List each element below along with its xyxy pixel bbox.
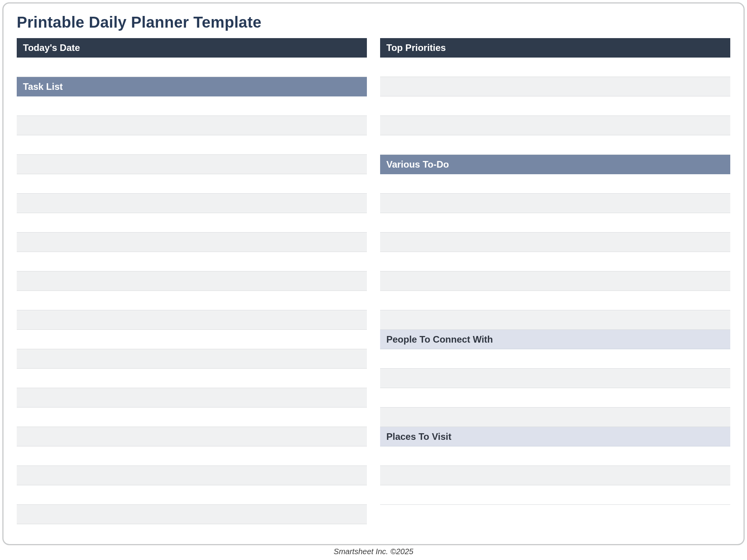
- todays-date-header: Today's Date: [17, 38, 367, 58]
- top-priority-row[interactable]: [380, 116, 730, 135]
- task-list-row[interactable]: [17, 291, 367, 310]
- top-priority-row[interactable]: [380, 77, 730, 96]
- footer-copyright: Smartsheet Inc. ©2025: [2, 545, 745, 558]
- task-list-row[interactable]: [17, 96, 367, 116]
- various-todo-row[interactable]: [380, 271, 730, 291]
- task-list-row[interactable]: [17, 485, 367, 505]
- planner-frame: Printable Daily Planner Template Today's…: [2, 2, 745, 545]
- various-todo-row[interactable]: [380, 213, 730, 233]
- various-todo-header: Various To-Do: [380, 155, 730, 174]
- task-list-row[interactable]: [17, 155, 367, 174]
- task-list-row[interactable]: [17, 310, 367, 330]
- people-row[interactable]: [380, 349, 730, 369]
- task-list-row[interactable]: [17, 408, 367, 427]
- right-column: Top Priorities Various To-Do People To C…: [380, 38, 730, 505]
- various-todo-row[interactable]: [380, 194, 730, 213]
- various-todo-row[interactable]: [380, 291, 730, 310]
- task-list-row[interactable]: [17, 116, 367, 135]
- task-list-row[interactable]: [17, 349, 367, 369]
- various-todo-row[interactable]: [380, 233, 730, 252]
- left-column: Today's Date Task List: [17, 38, 367, 524]
- task-list-row[interactable]: [17, 271, 367, 291]
- task-list-row[interactable]: [17, 213, 367, 233]
- various-todo-row[interactable]: [380, 174, 730, 194]
- columns: Today's Date Task List: [17, 38, 730, 524]
- task-list-row[interactable]: [17, 252, 367, 271]
- page-title: Printable Daily Planner Template: [17, 14, 730, 31]
- places-header: Places To Visit: [380, 427, 730, 446]
- task-list-row[interactable]: [17, 174, 367, 194]
- various-todo-row[interactable]: [380, 252, 730, 271]
- task-list-row[interactable]: [17, 466, 367, 485]
- people-header: People To Connect With: [380, 330, 730, 349]
- people-row[interactable]: [380, 408, 730, 427]
- top-priority-row[interactable]: [380, 96, 730, 116]
- task-list-row[interactable]: [17, 388, 367, 408]
- task-list-row[interactable]: [17, 369, 367, 388]
- top-priority-row[interactable]: [380, 135, 730, 155]
- task-list-row[interactable]: [17, 233, 367, 252]
- task-list-row[interactable]: [17, 446, 367, 466]
- task-list-row[interactable]: [17, 194, 367, 213]
- places-row[interactable]: [380, 485, 730, 505]
- various-todo-row[interactable]: [380, 310, 730, 330]
- top-priorities-header: Top Priorities: [380, 38, 730, 58]
- people-row[interactable]: [380, 369, 730, 388]
- places-row[interactable]: [380, 446, 730, 466]
- people-row[interactable]: [380, 388, 730, 408]
- places-row[interactable]: [380, 466, 730, 485]
- task-list-header: Task List: [17, 77, 367, 96]
- task-list-row[interactable]: [17, 505, 367, 524]
- task-list-row[interactable]: [17, 427, 367, 446]
- task-list-row[interactable]: [17, 135, 367, 155]
- top-priority-row[interactable]: [380, 58, 730, 77]
- todays-date-row[interactable]: [17, 58, 367, 77]
- task-list-row[interactable]: [17, 330, 367, 349]
